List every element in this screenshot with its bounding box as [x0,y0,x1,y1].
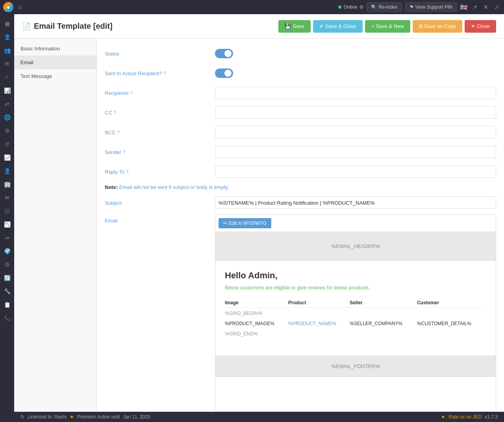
checkmark-icon: ✔ [319,23,324,29]
save-copy-button[interactable]: ⧉ Save as Copy [413,20,462,33]
email-body: Hello Admin, Below customers are eligibl… [215,264,496,352]
recipients-input[interactable] [215,87,496,99]
save-new-button[interactable]: + Save & New [365,20,410,33]
premium-star: ★ [70,414,74,420]
times-icon: ✕ [471,23,475,29]
bcc-label: BCC ? [105,130,215,135]
sidebar-item-barchart[interactable]: 📈 [1,151,13,164]
save-icon: 💾 [285,23,291,29]
view-support-button[interactable]: ⚑ View Support PIN [405,2,457,12]
sidebar-item-groups[interactable]: 👥 [1,44,13,57]
footer-right: ★ Rate us on JED v1.7.3 [441,414,498,420]
help-icon-sent[interactable]: ? [163,71,166,76]
subject-input[interactable] [215,196,496,209]
sidebar-item-globe2[interactable]: 🌍 [1,245,13,257]
status-toggle[interactable] [359,5,363,9]
nav-item-basic-info[interactable]: Basic Information [14,42,96,56]
sidebar-item-globe[interactable]: 🌐 [1,111,13,124]
help-icon-cc[interactable]: ? [114,110,116,115]
page-header: 📄 Email Template [edit] 💾 Save ✔ Save & … [14,14,504,39]
page-title-container: 📄 Email Template [edit] [22,22,113,31]
toggle-track [215,49,233,58]
product-name-cell: %PRODUCT_NAME% [288,319,350,328]
help-icon-bcc[interactable]: ? [117,130,119,135]
app-logo[interactable]: ◈ [3,2,13,12]
table-header-customer: Customer [417,298,486,307]
sidebar: ▦ 👤 👥 ✉ ✓ 📊 ⇄ 🌐 ⚙ ↺ 📈 👤 🏢 ✉ ☑ 📉 ⇌ 🌍 ⚙ 🔄 … [0,14,14,422]
sidebar-item-users[interactable]: 👤 [1,31,13,43]
sidebar-item-sync[interactable]: 🔄 [1,272,13,284]
grid-begin-marker: %GRID_BEGIN% [225,311,486,316]
table-header-image: Image [225,298,288,307]
content-area: Basic Information Email Text Message Sta… [14,39,504,422]
sender-input[interactable] [215,146,496,158]
premium-date: Jan 11, 2025 [123,414,150,420]
sidebar-item-clipboard[interactable]: 📋 [1,298,13,311]
status-toggle[interactable] [215,49,233,58]
toggle-track-2 [215,68,233,78]
help-icon-sender[interactable]: ? [123,150,125,154]
reply-to-input[interactable] [215,165,496,178]
external-link-icon[interactable]: ↗ [471,2,479,12]
sidebar-item-envelope[interactable]: ✉ [1,191,13,204]
subject-label: Subject [105,200,215,206]
close-panel-icon[interactable]: ✕ [482,2,490,12]
status-label: Online [344,4,358,10]
grid-begin-cell: %GRID_BEGIN% [225,307,486,320]
bcc-input[interactable] [215,126,496,139]
sidebar-item-gear[interactable]: ⚙ [1,124,13,137]
close-button[interactable]: ✕ Close [465,20,496,33]
language-flag[interactable]: 🇬🇧 [460,4,468,11]
email-table: Image Product Seller Customer [225,298,486,340]
page-title: Email Template [edit] [34,22,113,31]
save-close-button[interactable]: ✔ Save & Close [313,20,363,33]
sent-to-actual-toggle[interactable] [215,68,233,78]
sidebar-item-dashboard[interactable]: ▦ [1,17,13,30]
cc-input[interactable] [215,106,496,119]
wysiwyg-button[interactable]: ✏ Edit in WYSIWYG [219,218,271,228]
help-icon-recipients[interactable]: ? [130,91,133,95]
premium-active-label: Premium Active until [77,414,120,420]
sidebar-item-wrench[interactable]: 🔧 [1,285,13,298]
sidebar-item-mail[interactable]: ✉ [1,57,13,70]
sidebar-item-settings[interactable]: ⚙ [1,258,13,271]
sidebar-item-refresh[interactable]: ↺ [1,138,13,150]
fullscreen-icon[interactable]: ⤢ [493,2,501,12]
email-subtitle: Below customers are eligible to give rev… [225,285,486,291]
reply-to-label: Reply To ? [105,169,215,175]
page-title-icon: 📄 [22,22,31,31]
nav-item-email[interactable]: Email [14,56,96,69]
sidebar-item-checklist[interactable]: ☑ [1,205,13,217]
online-status: Online [338,4,364,10]
grid-end-marker: %GRID_END% [225,331,486,337]
sidebar-item-person[interactable]: 👤 [1,165,13,177]
reply-to-row: Reply To ? [105,165,496,179]
sidebar-item-org[interactable]: 🏢 [1,178,13,191]
sidebar-item-transfer[interactable]: ⇄ [1,98,13,110]
note-label: Note: [105,184,118,190]
nav-item-text-message[interactable]: Text Message [14,69,96,83]
left-nav: Basic Information Email Text Message [14,39,97,422]
sidebar-item-chart[interactable]: 📊 [1,84,13,97]
right-content: Status Sent to Actual Recipient? ? [97,39,504,422]
sidebar-item-check[interactable]: ✓ [1,71,13,83]
home-button[interactable]: ⌂ [17,2,24,12]
status-dot [338,6,341,9]
sidebar-item-arrows[interactable]: ⇌ [1,231,13,244]
recipients-row: Recipients ? [105,86,496,100]
sent-to-actual-label: Sent to Actual Recipient? ? [105,70,215,76]
sidebar-item-stats[interactable]: 📉 [1,218,13,231]
note-row: Note: Email will not be sent if subject … [105,184,496,190]
search-icon: 🔍 [371,4,377,10]
plus-icon: + [371,23,374,29]
help-icon-reply-to[interactable]: ? [126,169,128,174]
footer-left: ↻ Licensed to: Rashi ★ Premium Active un… [20,414,150,420]
reindex-button[interactable]: 🔍 Re-index [367,2,402,12]
rate-us-label: Rate us on JED [448,414,482,420]
version-label: v1.7.3 [485,414,498,420]
save-button[interactable]: 💾 Save [278,20,311,33]
header-actions: 💾 Save ✔ Save & Close + Save & New ⧉ Sav… [278,20,496,33]
sidebar-item-phone[interactable]: 📞 [1,312,13,324]
email-row: Email ✏ Edit in WYSIWYG %EMAIL_HEADER% H… [105,215,496,411]
note-text: Email will not be sent if subject or bod… [119,184,229,190]
